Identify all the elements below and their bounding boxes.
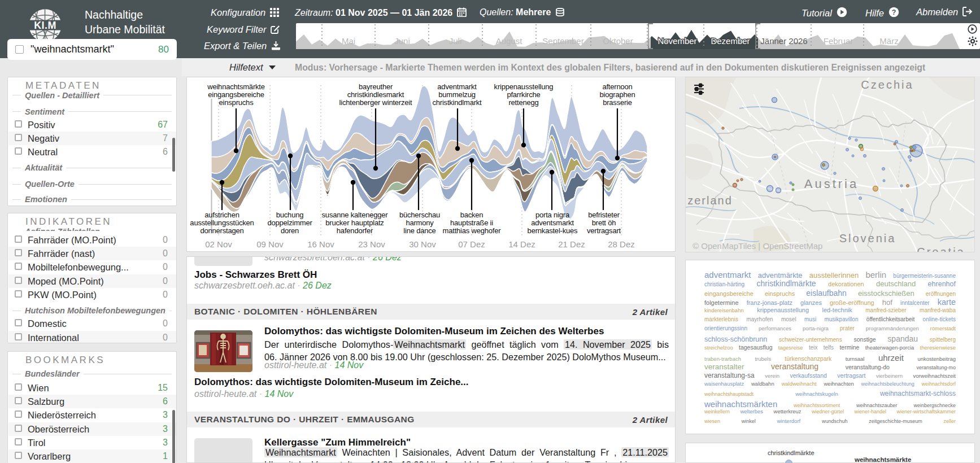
svg-text:matthias weghofer: matthias weghofer: [443, 226, 502, 235]
svg-text:porta nigra: porta nigra: [535, 211, 570, 219]
svg-text:Mai: Mai: [342, 36, 355, 46]
svg-text:?: ?: [892, 8, 896, 16]
svg-text:biographen: biographen: [599, 90, 635, 99]
svg-text:doppelzimmer: doppelzimmer: [267, 219, 312, 227]
svg-text:07 Dez: 07 Dez: [458, 239, 485, 249]
svg-text:Februar: Februar: [824, 36, 853, 46]
svg-text:30 Nov: 30 Nov: [409, 239, 436, 249]
svg-text:brasserie: brasserie: [603, 98, 632, 107]
svg-text:weihnachtsmärkte: weihnachtsmärkte: [207, 82, 265, 91]
svg-text:02 Nov: 02 Nov: [205, 239, 232, 249]
svg-text:zerland: zerland: [687, 194, 733, 207]
svg-text:Slovenia: Slovenia: [839, 232, 896, 244]
svg-text:hauptstraße ii: hauptstraße ii: [450, 219, 493, 227]
svg-text:brett öh: brett öh: [592, 219, 616, 227]
svg-text:Croatia: Croatia: [917, 246, 965, 252]
svg-text:Oktober: Oktober: [603, 36, 633, 46]
svg-text:lichtenberger winterzeit: lichtenberger winterzeit: [339, 98, 412, 107]
svg-text:Juli: Juli: [449, 36, 462, 46]
svg-text:Dezember: Dezember: [711, 36, 750, 46]
svg-text:März: März: [879, 36, 898, 46]
svg-text:adventsmarkt: adventsmarkt: [531, 219, 574, 227]
svg-text:Austria: Austria: [804, 177, 859, 191]
svg-text:christkindlmarkt: christkindlmarkt: [432, 98, 482, 107]
svg-text:eingangsbereiche: eingangsbereiche: [208, 90, 264, 99]
svg-text:doren: doren: [281, 226, 299, 235]
svg-text:backen: backen: [460, 211, 484, 219]
svg-text:krippenausstellung: krippenausstellung: [494, 82, 554, 91]
svg-text:© OpenMapTiles | OpenStreetMap: © OpenMapTiles | OpenStreetMap: [692, 241, 822, 251]
svg-text:pfarrkirche: pfarrkirche: [507, 90, 540, 99]
svg-text:September: September: [542, 36, 583, 46]
svg-text:28 Dez: 28 Dez: [608, 239, 635, 249]
svg-text:16 Nov: 16 Nov: [307, 239, 334, 249]
svg-text:brucker hauptplatz: brucker hauptplatz: [325, 219, 384, 227]
svg-text:November: November: [657, 36, 696, 46]
svg-text:KI.M: KI.M: [34, 20, 56, 31]
svg-text:bummelzug: bummelzug: [438, 90, 475, 99]
svg-text:aufstrichen: aufstrichen: [204, 211, 239, 219]
svg-text:harmony: harmony: [406, 219, 434, 227]
svg-text:donnerstagen: donnerstagen: [200, 226, 243, 235]
svg-text:bücherschau: bücherschau: [399, 211, 440, 219]
svg-text:befristeter: befristeter: [588, 211, 620, 219]
svg-text:afternoon: afternoon: [602, 82, 632, 91]
svg-text:rettenegg: rettenegg: [508, 98, 538, 107]
svg-text:Juni: Juni: [394, 36, 410, 46]
svg-text:buchung: buchung: [276, 211, 303, 219]
svg-text:Czechia: Czechia: [861, 78, 913, 91]
svg-text:09 Nov: 09 Nov: [256, 239, 284, 249]
svg-text:21 Dez: 21 Dez: [558, 239, 585, 249]
svg-text:14 Dez: 14 Dez: [508, 239, 535, 249]
svg-text:ausstellungsstücken: ausstellungsstücken: [190, 219, 254, 227]
svg-text:bayreuther: bayreuther: [359, 82, 393, 91]
svg-text:bernkastel-kues: bernkastel-kues: [528, 226, 578, 235]
svg-text:christkindlesmarkt: christkindlesmarkt: [347, 90, 404, 99]
svg-text:susanne kaltenegger: susanne kaltenegger: [322, 211, 389, 219]
svg-text:einspruchs: einspruchs: [219, 98, 254, 107]
svg-text:23 Nov: 23 Nov: [358, 239, 385, 249]
svg-text:line dance: line dance: [403, 226, 435, 235]
svg-text:August: August: [496, 36, 523, 46]
svg-text:Jänner 2026: Jänner 2026: [760, 36, 807, 46]
svg-text:hafendorfer: hafendorfer: [337, 226, 373, 235]
svg-text:vertragsart: vertragsart: [587, 226, 621, 235]
svg-text:adventmarkt: adventmarkt: [437, 82, 477, 91]
